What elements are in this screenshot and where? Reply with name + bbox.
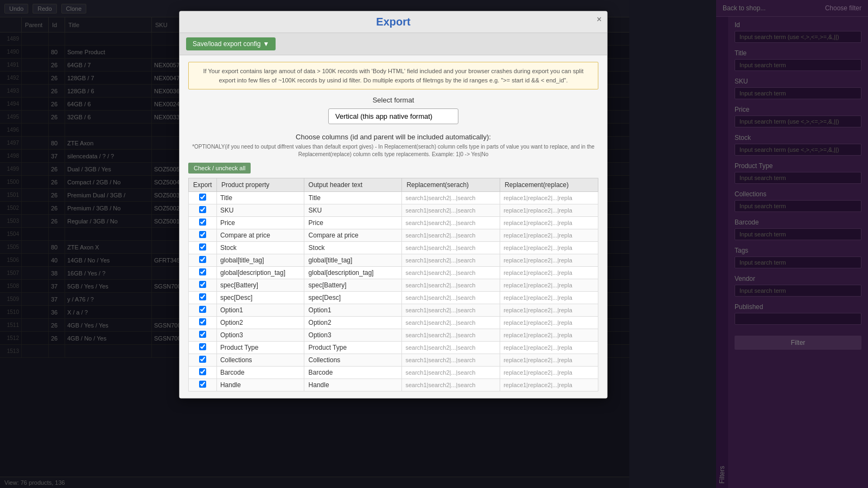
export-checkbox-cell [189, 367, 217, 379]
output-header-input[interactable] [308, 293, 399, 302]
search-text: search1|search2|...|search [405, 282, 475, 288]
output-header-input[interactable] [308, 343, 399, 352]
export-checkbox[interactable] [199, 356, 206, 363]
export-checkbox[interactable] [199, 381, 206, 388]
property-cell: Stock [216, 242, 304, 254]
columns-table-wrap: Export Product property Output header te… [188, 178, 598, 391]
export-checkbox-cell [189, 217, 217, 229]
search-cell: search1|search2|...|search [402, 367, 500, 379]
replace-cell: replace1|replace2|...|repla [500, 292, 598, 304]
check-uncheck-button[interactable]: Check / uncheck all [188, 163, 251, 174]
replace-cell: replace1|replace2|...|repla [500, 242, 598, 254]
output-header-input[interactable] [308, 256, 399, 265]
columns-header-row: Export Product property Output header te… [189, 178, 598, 192]
search-cell: search1|search2|...|search [402, 354, 500, 367]
list-item: Option3 search1|search2|...|search repla… [189, 329, 598, 342]
export-checkbox-cell [189, 204, 217, 217]
replace-cell: replace1|replace2|...|repla [500, 304, 598, 317]
replace-text: replace1|replace2|...|repla [503, 220, 572, 226]
output-header-input[interactable] [308, 318, 399, 327]
export-checkbox[interactable] [199, 331, 206, 338]
replace-cell: replace1|replace2|...|repla [500, 204, 598, 217]
property-cell: SKU [216, 204, 304, 217]
search-text: search1|search2|...|search [405, 332, 475, 338]
output-header-input[interactable] [308, 356, 399, 364]
export-checkbox[interactable] [199, 368, 206, 375]
export-checkbox[interactable] [199, 219, 206, 226]
th-property: Product property [216, 178, 304, 192]
export-checkbox[interactable] [199, 256, 206, 263]
output-header-input[interactable] [308, 268, 399, 277]
property-cell: Title [216, 192, 304, 204]
modal-title: Export [376, 16, 410, 28]
columns-table: Export Product property Output header te… [188, 178, 598, 391]
replace-text: replace1|replace2|...|repla [503, 332, 572, 338]
replace-text: replace1|replace2|...|repla [503, 344, 572, 351]
output-header-cell [304, 229, 402, 242]
export-checkbox[interactable] [199, 318, 206, 325]
output-header-input[interactable] [308, 206, 399, 215]
export-checkbox-cell [189, 317, 217, 329]
output-header-input[interactable] [308, 331, 399, 339]
output-header-cell [304, 217, 402, 229]
replace-text: replace1|replace2|...|repla [503, 245, 572, 251]
output-header-input[interactable] [308, 381, 399, 389]
export-checkbox[interactable] [199, 306, 206, 313]
property-cell: Option3 [216, 329, 304, 342]
save-config-label: Save/load export config [193, 40, 260, 48]
export-checkbox[interactable] [199, 231, 206, 238]
format-select-wrap: Vertical (this app native format) [188, 108, 598, 124]
output-header-input[interactable] [308, 219, 399, 227]
replace-cell: replace1|replace2|...|repla [500, 342, 598, 354]
property-cell: spec[Battery] [216, 279, 304, 292]
search-text: search1|search2|...|search [405, 369, 475, 376]
search-text: search1|search2|...|search [405, 307, 475, 313]
search-cell: search1|search2|...|search [402, 204, 500, 217]
property-cell: spec[Desc] [216, 292, 304, 304]
search-cell: search1|search2|...|search [402, 217, 500, 229]
export-checkbox[interactable] [199, 268, 206, 275]
output-header-input[interactable] [308, 231, 399, 240]
list-item: global[title_tag] search1|search2|...|se… [189, 254, 598, 267]
export-checkbox[interactable] [199, 281, 206, 288]
modal-body: If Your export contains large amout of d… [180, 55, 607, 398]
list-item: spec[Desc] search1|search2|...|search re… [189, 292, 598, 304]
replace-text: replace1|replace2|...|repla [503, 232, 572, 239]
output-header-input[interactable] [308, 243, 399, 252]
property-cell: Compare at price [216, 229, 304, 242]
modal-close-button[interactable]: × [597, 15, 602, 24]
property-cell: Option2 [216, 317, 304, 329]
columns-table-body: Title search1|search2|...|search replace… [189, 192, 598, 391]
export-checkbox[interactable] [199, 243, 206, 251]
export-checkbox[interactable] [199, 293, 206, 300]
export-checkbox-cell [189, 329, 217, 342]
export-checkbox-cell [189, 292, 217, 304]
search-cell: search1|search2|...|search [402, 329, 500, 342]
search-cell: search1|search2|...|search [402, 342, 500, 354]
export-checkbox[interactable] [199, 194, 206, 201]
format-select[interactable]: Vertical (this app native format) [328, 108, 458, 124]
export-checkbox[interactable] [199, 206, 206, 213]
output-header-cell [304, 304, 402, 317]
output-header-input[interactable] [308, 306, 399, 314]
replace-cell: replace1|replace2|...|repla [500, 379, 598, 391]
search-cell: search1|search2|...|search [402, 292, 500, 304]
replace-cell: replace1|replace2|...|repla [500, 279, 598, 292]
replace-text: replace1|replace2|...|repla [503, 257, 572, 264]
replace-cell: replace1|replace2|...|repla [500, 354, 598, 367]
replace-cell: replace1|replace2|...|repla [500, 267, 598, 279]
save-config-button[interactable]: Save/load export config ▼ [186, 37, 276, 50]
replace-text: replace1|replace2|...|repla [503, 269, 572, 276]
search-text: search1|search2|...|search [405, 319, 475, 326]
output-header-input[interactable] [308, 281, 399, 290]
output-header-input[interactable] [308, 368, 399, 377]
search-cell: search1|search2|...|search [402, 279, 500, 292]
output-header-input[interactable] [308, 194, 399, 202]
list-item: Price search1|search2|...|search replace… [189, 217, 598, 229]
search-text: search1|search2|...|search [405, 269, 475, 276]
output-header-cell [304, 317, 402, 329]
replace-text: replace1|replace2|...|repla [503, 319, 572, 326]
select-format-label: Select format [188, 96, 598, 104]
export-checkbox[interactable] [199, 343, 206, 350]
list-item: Handle search1|search2|...|search replac… [189, 379, 598, 391]
